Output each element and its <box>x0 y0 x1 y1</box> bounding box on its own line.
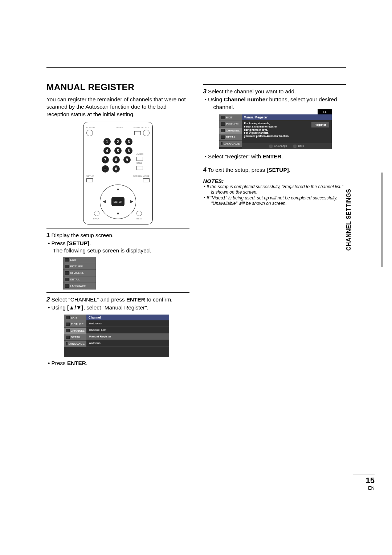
sleep-label: SLEEP <box>116 126 123 129</box>
page-language: EN <box>368 485 375 491</box>
osd3-item-picture: PICTURE <box>219 121 242 127</box>
osd2-row-channel-list: Channel List <box>86 327 169 333</box>
sleep-button <box>134 131 141 135</box>
osd-item-exit: EXIT <box>63 257 96 263</box>
right-arrow-icon: ▶ <box>130 199 133 204</box>
num-1: 1 <box>103 138 111 145</box>
language-icon <box>65 284 69 288</box>
language-icon <box>221 142 223 145</box>
osd2-item-language: LANGUAGE <box>64 341 86 347</box>
step-2-bullet-1: Using [▲/▼], select "Manual Register". <box>53 304 189 312</box>
page-number: 15 <box>366 476 375 485</box>
enter-button: ENTER <box>111 197 124 206</box>
num-0: 0 <box>113 165 120 173</box>
osd2-header: Channel <box>86 315 169 320</box>
screen-button <box>143 178 150 182</box>
picture-icon <box>221 122 225 126</box>
osd3-item-exit: EXIT <box>219 114 242 121</box>
still-label: STILL <box>136 162 143 164</box>
setup-label: SETUP <box>86 175 94 177</box>
page-number-rule <box>353 474 375 474</box>
osd-item-channel: CHANNEL <box>63 270 96 276</box>
info-button <box>136 211 142 216</box>
step-1: 1Display the setup screen. <box>46 231 189 240</box>
channel-icon <box>221 129 225 132</box>
osd-manual-register: EXIT PICTURE CHANNEL DETAIL LANGUAGE Man… <box>219 114 332 149</box>
osd3-header: Manual Register <box>242 114 332 120</box>
step-4: 4To exit the setup, press [SETUP]. <box>203 166 346 174</box>
step-2-bullet-2: Press ENTER. <box>53 360 189 367</box>
osd-item-picture: PICTURE <box>63 263 96 270</box>
step-3: 3Select the channel you want to add. <box>203 88 346 96</box>
num-6: 6 <box>125 147 132 154</box>
osd2-row-autoscan: Autoscan <box>86 320 169 327</box>
still-button <box>136 166 143 170</box>
step-2: 2Select "CHANNEL" and press ENTER to con… <box>46 296 189 304</box>
left-arrow-icon: ◀ <box>103 199 106 204</box>
osd-item-language: LANGUAGE <box>63 283 96 289</box>
num-5: 5 <box>114 147 122 154</box>
intro-text: You can register the remainder of channe… <box>46 96 189 118</box>
osd3-footer: Ch.Change Back <box>242 143 332 149</box>
osd-channel-menu: EXIT PICTURE CHANNEL DETAIL LANGUAGE Cha… <box>64 315 169 357</box>
note-2: If "Video1" is being used, set up will n… <box>208 195 346 207</box>
picture-icon <box>66 323 70 326</box>
notes-heading: NOTES: <box>203 178 346 184</box>
down-arrow-icon: ▼ <box>116 211 120 216</box>
num-7: 7 <box>102 156 109 163</box>
page-title: MANUAL REGISTER <box>46 82 189 92</box>
step-1-after: The following setup screen is displayed. <box>53 247 189 254</box>
keypad-icon <box>269 145 273 148</box>
step-1-bullet-1: Press [SETUP]. <box>53 240 189 247</box>
channel-icon <box>65 271 69 275</box>
setup-button <box>86 178 93 182</box>
language-icon <box>66 342 68 345</box>
input-button <box>143 130 150 136</box>
exit-icon <box>221 116 225 119</box>
back-icon <box>293 145 297 148</box>
detail-icon <box>221 135 225 139</box>
osd3-item-language: LANGUAGE <box>219 141 242 147</box>
osd3-item-detail: DETAIL <box>219 134 242 141</box>
osd-setup-menu: EXIT PICTURE CHANNEL DETAIL LANGUAGE <box>63 257 96 289</box>
screen-label: SCREEN MODE <box>133 175 150 177</box>
osd2-row-manual-register: Manual Register <box>86 333 169 340</box>
right-column: 3Select the channel you want to add. Usi… <box>203 82 346 367</box>
input-label: INPUT SELECT <box>133 126 149 129</box>
osd2-item-exit: EXIT <box>64 315 86 321</box>
channel-indicator: 11 <box>318 109 331 114</box>
osd2-item-channel: CHANNEL <box>64 328 86 334</box>
dpad: ▲ ▼ ◀ ▶ ENTER BACK INFO <box>96 185 140 219</box>
num-9: 9 <box>123 156 131 163</box>
step-3-bullet-2: Select "Register" with ENTER. <box>210 153 346 161</box>
power-label: POWER <box>86 126 95 129</box>
exit-icon <box>65 258 69 262</box>
register-box: Register <box>311 122 329 127</box>
top-rule <box>46 67 346 68</box>
exit-icon <box>66 316 70 319</box>
num-4: 4 <box>103 147 111 154</box>
remote-diagram: POWER SLEEP INPUT SELECT 123 456 78 <box>83 122 153 224</box>
channel-icon <box>66 329 70 332</box>
audio-button <box>136 157 143 161</box>
picture-icon <box>65 265 69 268</box>
info-label: INFO <box>136 217 142 220</box>
osd3-item-channel: CHANNEL <box>219 127 242 134</box>
left-column: MANUAL REGISTER You can register the rem… <box>46 82 189 367</box>
num-8: 8 <box>113 156 120 163</box>
osd-item-detail: DETAIL <box>63 276 96 283</box>
step-3-bullet-1: Using Channel number buttons, select you… <box>210 96 346 111</box>
back-label: BACK <box>93 217 99 220</box>
audio-label: AUDIO <box>136 153 144 155</box>
note-1: If the setup is completed successfully, … <box>208 184 346 195</box>
back-button <box>94 211 99 216</box>
num-2: 2 <box>114 138 122 145</box>
num-3: 3 <box>125 138 132 145</box>
osd2-item-detail: DETAIL <box>64 334 86 341</box>
up-arrow-icon: ▲ <box>116 187 120 191</box>
power-button <box>86 130 93 136</box>
detail-icon <box>66 336 70 339</box>
osd2-item-picture: PICTURE <box>64 321 86 328</box>
section-tab: CHANNEL SETTINGS <box>373 173 381 267</box>
osd2-row-antenna: Antenna <box>86 340 169 347</box>
